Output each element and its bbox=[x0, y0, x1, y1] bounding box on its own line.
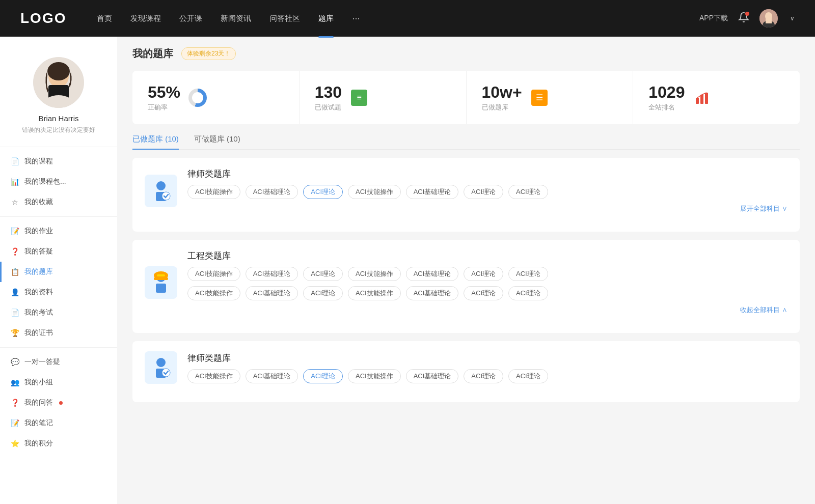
tag-2-0[interactable]: ACI技能操作 bbox=[187, 369, 240, 383]
red-bar-chart-icon bbox=[694, 90, 710, 106]
groups-icon: 👥 bbox=[10, 378, 19, 387]
tag-1-3[interactable]: ACI技能操作 bbox=[348, 267, 401, 281]
header-right: APP下载 ∨ bbox=[699, 9, 795, 27]
stat-ranking-text: 1029 全站排名 bbox=[648, 83, 685, 112]
tag-1-9[interactable]: ACI理论 bbox=[303, 286, 343, 300]
expand-lawyer-1[interactable]: 展开全部科目 ∨ bbox=[187, 204, 787, 213]
stat-done-banks-number: 10w+ bbox=[482, 83, 522, 102]
tag-0-4[interactable]: ACI基础理论 bbox=[406, 185, 459, 199]
tag-1-6[interactable]: ACI理论 bbox=[508, 267, 548, 281]
nav-discover[interactable]: 发现课程 bbox=[130, 12, 161, 25]
sidebar-divider-1 bbox=[0, 147, 117, 147]
donut-inner bbox=[192, 92, 203, 103]
quiz-card-header-2: 工程类题库 ACI技能操作 ACI基础理论 ACI理论 ACI技能操作 ACI基… bbox=[145, 250, 787, 315]
collapse-engineer[interactable]: 收起全部科目 ∧ bbox=[187, 305, 787, 315]
tag-2-5[interactable]: ACI理论 bbox=[464, 369, 503, 383]
stat-accuracy-text: 55% 正确率 bbox=[148, 83, 180, 112]
tag-1-4[interactable]: ACI基础理论 bbox=[406, 267, 459, 281]
tag-1-13[interactable]: ACI理论 bbox=[508, 286, 548, 300]
tag-2-6[interactable]: ACI理论 bbox=[508, 369, 548, 383]
tag-0-6[interactable]: ACI理论 bbox=[508, 185, 548, 199]
svg-point-8 bbox=[47, 62, 70, 80]
tag-1-8[interactable]: ACI基础理论 bbox=[246, 286, 298, 300]
nav-quiz[interactable]: 题库 bbox=[318, 12, 334, 25]
tag-1-7[interactable]: ACI技能操作 bbox=[187, 286, 240, 300]
sidebar-item-tutoring[interactable]: 💬 一对一答疑 bbox=[0, 352, 117, 372]
page-title: 我的题库 bbox=[132, 47, 173, 61]
tag-2-2[interactable]: ACI理论 bbox=[303, 369, 343, 383]
sidebar-divider-3 bbox=[0, 347, 117, 348]
sidebar-item-questions[interactable]: ❓ 我的问答 bbox=[0, 393, 117, 413]
avatar-image bbox=[759, 9, 778, 27]
user-menu-chevron[interactable]: ∨ bbox=[790, 15, 795, 22]
engineer-icon bbox=[145, 266, 177, 299]
certificate-icon: 🏆 bbox=[10, 328, 19, 338]
stat-ranking-number: 1029 bbox=[648, 83, 685, 102]
logo[interactable]: LOGO bbox=[20, 10, 66, 26]
nav-home[interactable]: 首页 bbox=[97, 12, 112, 25]
stat-done-banks-label: 已做题库 bbox=[482, 103, 522, 112]
tags-row-engineer-1: ACI技能操作 ACI基础理论 ACI理论 ACI技能操作 ACI基础理论 AC… bbox=[187, 267, 787, 281]
tag-1-2[interactable]: ACI理论 bbox=[303, 267, 343, 281]
app-download-link[interactable]: APP下载 bbox=[699, 14, 728, 23]
tag-0-2[interactable]: ACI理论 bbox=[303, 185, 343, 199]
questions-icon: ❓ bbox=[10, 398, 19, 407]
profile-avatar[interactable] bbox=[33, 57, 84, 108]
stat-accuracy-number: 55% bbox=[148, 83, 180, 102]
tab-available-banks[interactable]: 可做题库 (10) bbox=[194, 134, 240, 149]
sidebar-item-course-packages[interactable]: 📊 我的课程包... bbox=[0, 172, 117, 192]
sidebar-item-notes[interactable]: 📝 我的笔记 bbox=[0, 413, 117, 433]
svg-rect-19 bbox=[157, 274, 165, 276]
nav-qa[interactable]: 问答社区 bbox=[269, 12, 300, 25]
tag-2-3[interactable]: ACI技能操作 bbox=[348, 369, 401, 383]
notification-bell[interactable] bbox=[738, 12, 749, 25]
tag-0-5[interactable]: ACI理论 bbox=[464, 185, 503, 199]
sidebar-item-favorites[interactable]: ☆ 我的收藏 bbox=[0, 192, 117, 212]
stat-ranking-label: 全站排名 bbox=[648, 103, 685, 112]
nav-open[interactable]: 公开课 bbox=[179, 12, 202, 25]
sidebar-item-groups[interactable]: 👥 我的小组 bbox=[0, 372, 117, 393]
sidebar-divider-2 bbox=[0, 216, 117, 217]
main-content: 我的题库 体验剩余23天！ 55% 正确率 130 已做试题 bbox=[117, 37, 815, 504]
quiz-title-lawyer-1: 律师类题库 bbox=[187, 168, 787, 180]
avatar[interactable] bbox=[759, 9, 778, 27]
tags-row-lawyer-2: ACI技能操作 ACI基础理论 ACI理论 ACI技能操作 ACI基础理论 AC… bbox=[187, 369, 787, 383]
nav-news[interactable]: 新闻资讯 bbox=[221, 12, 251, 25]
tag-1-12[interactable]: ACI理论 bbox=[464, 286, 503, 300]
tag-0-0[interactable]: ACI技能操作 bbox=[187, 185, 240, 199]
qa-icon: ❓ bbox=[10, 247, 19, 256]
sidebar-item-points[interactable]: ⭐ 我的积分 bbox=[0, 433, 117, 454]
tab-done-banks[interactable]: 已做题库 (10) bbox=[132, 134, 179, 149]
sidebar-item-qa[interactable]: ❓ 我的答疑 bbox=[0, 241, 117, 262]
sidebar-item-homework[interactable]: 📝 我的作业 bbox=[0, 221, 117, 241]
tag-2-1[interactable]: ACI基础理论 bbox=[246, 369, 298, 383]
nav-more[interactable]: ··· bbox=[352, 13, 360, 24]
sidebar-item-exam[interactable]: 📄 我的考试 bbox=[0, 302, 117, 323]
trial-badge: 体验剩余23天！ bbox=[181, 47, 236, 60]
points-icon: ⭐ bbox=[10, 439, 19, 448]
sidebar-item-my-courses[interactable]: 📄 我的课程 bbox=[0, 151, 117, 172]
engineer-tags-section: 工程类题库 ACI技能操作 ACI基础理论 ACI理论 ACI技能操作 ACI基… bbox=[187, 250, 787, 315]
tag-1-5[interactable]: ACI理论 bbox=[464, 267, 503, 281]
quiz-card-lawyer-2: 律师类题库 ACI技能操作 ACI基础理论 ACI理论 ACI技能操作 ACI基… bbox=[132, 341, 800, 402]
svg-rect-3 bbox=[766, 18, 772, 23]
tag-1-11[interactable]: ACI基础理论 bbox=[406, 286, 459, 300]
sidebar-item-certificate[interactable]: 🏆 我的证书 bbox=[0, 323, 117, 343]
tag-0-3[interactable]: ACI技能操作 bbox=[348, 185, 401, 199]
tag-1-0[interactable]: ACI技能操作 bbox=[187, 267, 240, 281]
lawyer-tags-section-1: 律师类题库 ACI技能操作 ACI基础理论 ACI理论 ACI技能操作 ACI基… bbox=[187, 168, 787, 213]
tag-1-10[interactable]: ACI技能操作 bbox=[348, 286, 401, 300]
tag-1-1[interactable]: ACI基础理论 bbox=[246, 267, 298, 281]
stat-ranking: 1029 全站排名 bbox=[633, 71, 800, 124]
green-doc-icon: ≡ bbox=[351, 90, 367, 106]
notification-dot bbox=[745, 12, 749, 16]
quiz-card-engineer: 工程类题库 ACI技能操作 ACI基础理论 ACI理论 ACI技能操作 ACI基… bbox=[132, 240, 800, 333]
profile-name: Brian Harris bbox=[38, 114, 78, 123]
accuracy-icon bbox=[188, 89, 207, 107]
tag-0-1[interactable]: ACI基础理论 bbox=[246, 185, 298, 199]
sidebar-item-quiz-bank[interactable]: 📋 我的题库 bbox=[0, 262, 117, 282]
tag-2-4[interactable]: ACI基础理论 bbox=[406, 369, 459, 383]
lawyer-icon-1 bbox=[145, 175, 177, 207]
sidebar: Brian Harris 错误的决定比没有决定要好 📄 我的课程 📊 我的课程包… bbox=[0, 37, 117, 504]
sidebar-item-profile[interactable]: 👤 我的资料 bbox=[0, 282, 117, 302]
